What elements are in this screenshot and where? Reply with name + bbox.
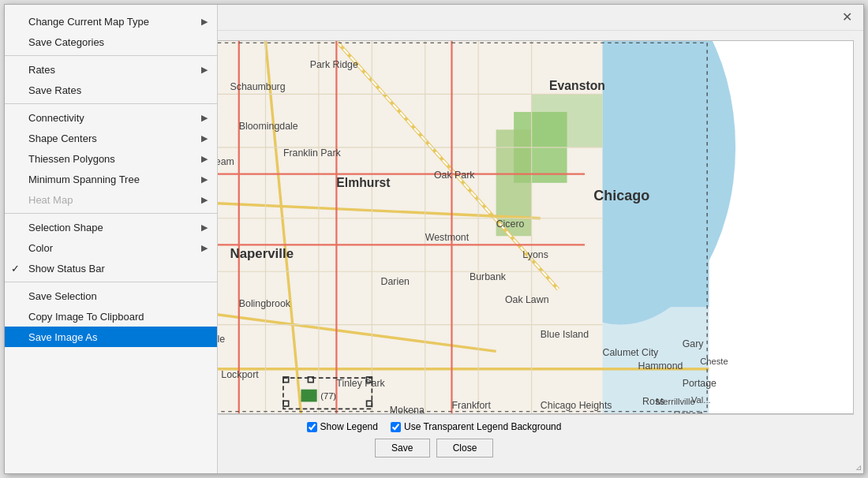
svg-text:Darien: Darien [381, 276, 410, 287]
svg-text:Cicero: Cicero [496, 218, 525, 230]
svg-text:Lockport: Lockport [221, 369, 259, 380]
svg-text:Westmont: Westmont [425, 232, 470, 243]
svg-text:Burbank: Burbank [470, 271, 507, 282]
menu-separator [5, 103, 217, 104]
menu-item-save-image-as[interactable]: Save Image As [5, 327, 217, 347]
svg-text:Gary: Gary [683, 338, 705, 349]
main-content: Change Current Map Type▶Save CategoriesR… [5, 31, 863, 473]
svg-text:Cheste: Cheste [700, 357, 728, 366]
svg-text:Blue Island: Blue Island [541, 329, 589, 340]
submenu-arrow-icon: ▶ [201, 243, 208, 253]
menu-item-shape-centers[interactable]: Shape Centers▶ [5, 128, 217, 148]
menu-item-label: Selection Shape [28, 222, 103, 233]
svg-text:Tinley Park: Tinley Park [336, 378, 385, 389]
menu-item-label: Save Categories [28, 36, 104, 48]
close-button[interactable]: ✕ [839, 9, 855, 25]
menu-item-save-categories[interactable]: Save Categories [5, 32, 217, 52]
menu-item-label: Save Image As [28, 331, 97, 343]
menu-item-label: Color [28, 242, 53, 254]
transparent-bg-option[interactable]: Use Transparent Legend Background [391, 421, 561, 432]
svg-text:Oak Lawn: Oak Lawn [505, 294, 549, 305]
menu-item-rates[interactable]: Rates▶ [5, 59, 217, 80]
svg-text:Schaumburg: Schaumburg [230, 81, 286, 92]
svg-text:Evanston: Evanston [549, 79, 605, 92]
show-legend-option[interactable]: Show Legend [307, 421, 378, 432]
menu-item-label: Thiessen Polygons [28, 153, 115, 165]
menu-item-thiessen-polygons[interactable]: Thiessen Polygons▶ [5, 148, 217, 169]
menu-item-connectivity[interactable]: Connectivity▶ [5, 107, 217, 128]
menu-item-selection-shape[interactable]: Selection Shape▶ [5, 217, 217, 237]
menu-separator [5, 282, 217, 282]
svg-text:Oak Park: Oak Park [434, 170, 475, 181]
svg-text:Elmhurst: Elmhurst [336, 176, 391, 189]
svg-text:Chicago Heights: Chicago Heights [541, 400, 612, 411]
check-icon: ✓ [11, 263, 20, 274]
context-menu: Change Current Map Type▶Save CategoriesR… [5, 31, 218, 473]
svg-rect-67 [301, 390, 316, 402]
transparent-bg-label: Use Transparent Legend Background [404, 421, 561, 432]
menu-item-label: Save Selection [28, 290, 97, 302]
submenu-arrow-icon: ▶ [201, 113, 208, 123]
transparent-bg-checkbox[interactable] [391, 422, 401, 432]
menu-item-save-selection[interactable]: Save Selection [5, 286, 217, 306]
menu-item-show-status-bar[interactable]: ✓Show Status Bar [5, 258, 217, 278]
submenu-arrow-icon: ▶ [201, 65, 208, 75]
main-dialog: Map Layout Preview ✕ Change Current Map … [4, 4, 864, 474]
svg-text:(77): (77) [320, 391, 336, 401]
submenu-arrow-icon: ▶ [201, 222, 208, 233]
svg-text:Frankfort: Frankfort [451, 400, 491, 411]
menu-item-heat-map: Heat Map▶ [5, 189, 217, 210]
submenu-arrow-icon: ▶ [201, 154, 208, 164]
svg-text:Bloomingdale: Bloomingdale [239, 121, 298, 132]
submenu-arrow-icon: ▶ [201, 133, 208, 144]
svg-text:Chicago: Chicago [593, 188, 649, 204]
menu-item-label: Rates [28, 64, 55, 76]
svg-text:Bolingbrook: Bolingbrook [239, 298, 291, 309]
svg-text:Mokena: Mokena [390, 405, 425, 413]
menu-item-color[interactable]: Color▶ [5, 237, 217, 258]
menu-item-label: Copy Image To Clipboard [28, 311, 144, 323]
svg-text:Portage: Portage [683, 378, 716, 389]
menu-item-label: Heat Map [28, 194, 73, 206]
svg-text:Merrillville: Merrillville [656, 397, 695, 406]
menu-item-minimum-spanning-tree[interactable]: Minimum Spanning Tree▶ [5, 169, 217, 189]
menu-item-copy-image-clipboard[interactable]: Copy Image To Clipboard [5, 306, 217, 327]
show-legend-label: Show Legend [320, 421, 378, 432]
save-button[interactable]: Save [375, 439, 430, 457]
button-row: Save Close [375, 439, 494, 457]
svg-text:Joliet: Joliet [301, 412, 331, 413]
svg-text:Calumet City: Calumet City [603, 347, 660, 358]
menu-item-label: Save Rates [28, 84, 81, 96]
submenu-arrow-icon: ▶ [201, 174, 208, 185]
menu-item-label: Show Status Bar [28, 263, 105, 274]
menu-separator [5, 213, 217, 214]
close-button[interactable]: Close [436, 439, 494, 457]
svg-text:Park Ridge: Park Ridge [310, 59, 358, 70]
svg-text:Naperville: Naperville [230, 246, 294, 261]
svg-text:Lyons: Lyons [522, 249, 548, 260]
resize-handle[interactable]: ⊿ [855, 463, 862, 472]
menu-separator [5, 55, 217, 56]
menu-item-label: Connectivity [28, 112, 84, 124]
show-legend-checkbox[interactable] [307, 422, 317, 432]
menu-item-label: Minimum Spanning Tree [28, 174, 140, 185]
svg-text:Hammond: Hammond [638, 360, 683, 372]
svg-text:Franklin Park: Franklin Park [283, 148, 342, 159]
menu-item-save-rates[interactable]: Save Rates [5, 80, 217, 100]
menu-item-label: Shape Centers [28, 133, 97, 144]
submenu-arrow-icon: ▶ [201, 195, 208, 205]
legend-options: Show Legend Use Transparent Legend Backg… [307, 421, 562, 432]
